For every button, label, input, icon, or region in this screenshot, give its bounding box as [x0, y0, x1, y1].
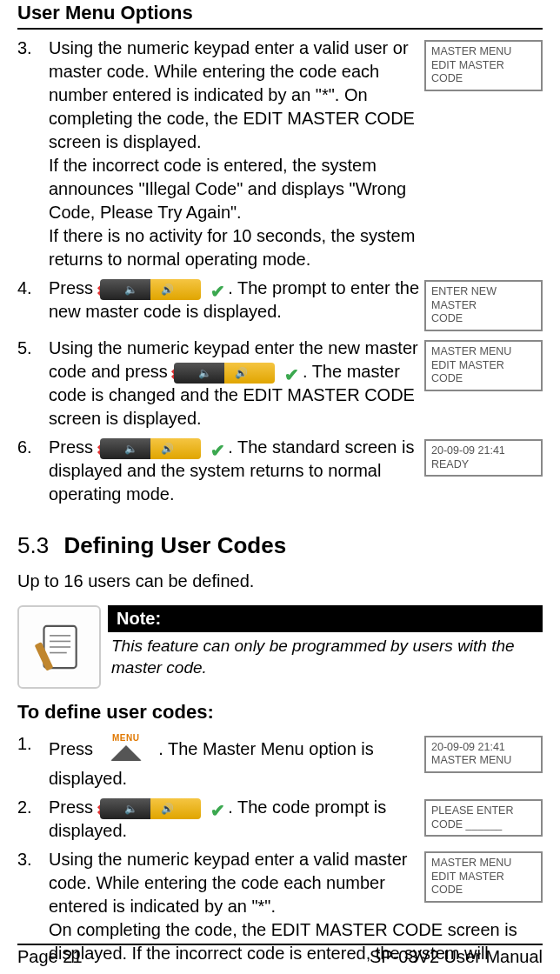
section-number: 5.3 [17, 532, 49, 558]
step-number: 6. [17, 436, 49, 506]
ok-slider-button: ✖ 🔈 🔊 ✔ [100, 798, 222, 819]
step-number: 4. [17, 277, 49, 331]
section-heading: 5.3 Defining User Codes [17, 530, 543, 561]
lcd-screen: 20-09-09 21:41 READY [424, 439, 543, 477]
step-number: 1. [17, 732, 49, 791]
page-number: Page 21 [17, 947, 83, 967]
lcd-screen: MASTER MENU EDIT MASTER CODE [424, 851, 543, 903]
manual-title: SP-03V2 User Manual [370, 947, 543, 967]
notepad-icon [17, 605, 101, 689]
menu-label: MENU [100, 732, 152, 744]
check-icon: ✔ [284, 364, 299, 387]
lcd-line: MASTER MENU [431, 754, 536, 768]
lcd-line: MASTER MENU [431, 345, 536, 359]
note-block: Note: This feature can only be programme… [17, 605, 543, 689]
check-icon: ✔ [210, 799, 225, 823]
step-text: Press [49, 738, 98, 757]
lcd-line: CODE [431, 312, 536, 326]
note-heading: Note: [108, 605, 543, 632]
check-icon: ✔ [210, 280, 225, 304]
lcd-screen: MASTER MENU EDIT MASTER CODE [424, 340, 543, 391]
step-text: Press [49, 797, 98, 817]
main-content: 3. Using the numeric keypad enter a vali… [17, 37, 543, 965]
menu-button: MENU [100, 732, 152, 768]
lcd-screen: ENTER NEW MASTER CODE [424, 280, 543, 331]
lcd-line: PLEASE ENTER [431, 804, 536, 818]
step-number: 5. [17, 337, 49, 430]
lcd-line: MASTER MENU [431, 45, 536, 59]
lcd-line: READY [431, 458, 536, 472]
lcd-line: EDIT MASTER CODE [431, 59, 536, 86]
lcd-line: CODE ______ [431, 818, 536, 832]
lcd-line: 20-09-09 21:41 [431, 741, 536, 755]
ok-slider-button: ✖ 🔈 🔊 ✔ [100, 279, 222, 300]
step-number: 2. [17, 796, 49, 843]
section-intro: Up to 16 users can be defined. [17, 570, 543, 593]
ok-slider-button: ✖ 🔈 🔊 ✔ [174, 363, 296, 384]
section-title: Defining User Codes [63, 532, 286, 558]
ok-slider-button: ✖ 🔈 🔊 ✔ [100, 438, 222, 459]
step-text: If there is no activity for 10 seconds, … [49, 224, 419, 271]
page-footer: Page 21 SP-03V2 User Manual [17, 944, 543, 967]
page-header: User Menu Options [17, 0, 543, 30]
step-3: 3. Using the numeric keypad enter a vali… [17, 37, 543, 271]
step-6: 6. Press ✖ 🔈 🔊 ✔ . The standard screen i… [17, 436, 543, 506]
step-text: Press [49, 437, 98, 457]
step-number: 3. [17, 37, 49, 271]
subheading: To define user codes: [17, 699, 543, 725]
step-4: 4. Press ✖ 🔈 🔊 ✔ . The prompt to enter t… [17, 277, 543, 331]
step-text: Using the numeric keypad enter a valid u… [49, 37, 419, 154]
lcd-line: EDIT MASTER CODE [431, 871, 536, 897]
note-body: This feature can only be programmed by u… [108, 632, 543, 682]
step-text: If the incorrect code is entered, the sy… [49, 154, 419, 224]
lcd-screen: MASTER MENU EDIT MASTER CODE [424, 40, 543, 91]
check-icon: ✔ [210, 439, 225, 463]
step-text: Press [49, 278, 98, 297]
lcd-line: MASTER MENU [431, 857, 536, 871]
lcd-screen: 20-09-09 21:41 MASTER MENU [424, 736, 543, 773]
step-5: 5. Using the numeric keypad enter the ne… [17, 337, 543, 430]
step-text: Using the numeric keypad enter a valid m… [49, 848, 419, 918]
define-step-2: 2. Press ✖ 🔈 🔊 ✔ . The code prompt is di… [17, 796, 543, 843]
lcd-line: EDIT MASTER CODE [431, 359, 536, 386]
lcd-line: ENTER NEW MASTER [431, 285, 536, 312]
triangle-icon [110, 745, 142, 761]
define-step-1: 1. Press MENU . The Master Menu option i… [17, 732, 543, 791]
lcd-line: 20-09-09 21:41 [431, 444, 536, 458]
lcd-screen: PLEASE ENTER CODE ______ [424, 799, 543, 837]
